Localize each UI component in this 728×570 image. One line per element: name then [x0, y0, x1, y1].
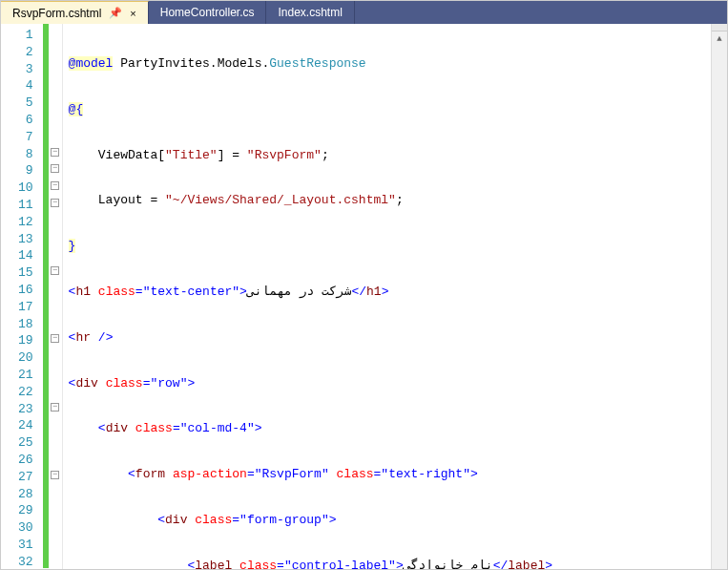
collapse-icon[interactable]: −	[51, 334, 59, 343]
code-line: <div class="row">	[69, 375, 705, 392]
outline-cell	[49, 347, 62, 364]
collapse-icon[interactable]: −	[51, 199, 59, 207]
line-number: 15	[18, 264, 33, 282]
line-number: 21	[18, 367, 33, 384]
outline-cell	[49, 228, 62, 245]
code-line: }	[69, 238, 705, 255]
close-icon[interactable]: ×	[130, 8, 135, 19]
code-line: ViewData["Title"] = "RsvpForm";	[69, 147, 705, 164]
outline-cell	[49, 24, 62, 41]
outline-cell	[49, 92, 62, 109]
line-number: 26	[18, 452, 33, 469]
outline-cell	[49, 279, 62, 296]
outline-cell	[49, 58, 62, 75]
line-number: 28	[18, 486, 33, 503]
editor-body: 1234567891011121314151617181920212223242…	[1, 24, 727, 569]
outline-cell	[49, 381, 62, 398]
code-editor: RsvpForm.cshtml 📌 × HomeController.cs In…	[0, 0, 728, 570]
line-number: 20	[18, 349, 33, 367]
code-line: Layout = "~/Views/Shared/_Layout.cshtml"…	[69, 192, 705, 209]
line-number: 13	[18, 231, 33, 248]
code-line: <h1 class="text-center">شرکت در مهمانی</…	[69, 284, 705, 301]
line-number: 5	[18, 95, 33, 112]
outline-cell: −	[49, 398, 62, 415]
tab-rsvpform[interactable]: RsvpForm.cshtml 📌 ×	[1, 1, 149, 24]
tab-index[interactable]: Index.cshtml	[266, 1, 354, 24]
outline-cell	[49, 534, 62, 551]
outline-cell	[49, 449, 62, 466]
outline-cell	[49, 414, 62, 432]
outline-cell: −	[49, 159, 62, 177]
code-line: <hr />	[69, 329, 705, 347]
line-number: 18	[18, 316, 33, 333]
line-numbers: 1234567891011121314151617181920212223242…	[1, 24, 43, 569]
code-line: @{	[69, 101, 705, 118]
outline-cell	[49, 517, 62, 534]
collapse-icon[interactable]: −	[51, 181, 59, 190]
line-number: 30	[18, 519, 33, 537]
outline-cell	[49, 74, 62, 92]
outline-cell	[49, 483, 62, 500]
line-number: 9	[18, 162, 33, 179]
outline-cell	[49, 432, 62, 449]
line-number: 32	[18, 554, 33, 569]
tab-bar: RsvpForm.cshtml 📌 × HomeController.cs In…	[1, 1, 727, 24]
outline-cell	[49, 41, 62, 58]
code-line: @model PartyInvites.Models.GuestResponse	[69, 55, 705, 73]
code-line: <div class="form-group">	[69, 512, 705, 529]
outline-cell	[49, 551, 62, 568]
collapse-icon[interactable]: −	[51, 471, 59, 479]
outline-cell	[49, 211, 62, 228]
outline-cell: −	[49, 329, 62, 347]
scroll-up-icon[interactable]: ▲	[712, 32, 727, 48]
outline-cell	[49, 499, 62, 517]
vertical-scrollbar[interactable]: ▲	[711, 24, 727, 569]
line-number: 14	[18, 247, 33, 264]
line-number: 11	[18, 197, 33, 214]
line-number: 25	[18, 434, 33, 452]
line-number: 29	[18, 502, 33, 519]
line-number: 22	[18, 384, 33, 401]
pin-icon[interactable]: 📌	[109, 7, 122, 19]
code-line: <label class="control-label">نام خانوادگ…	[69, 558, 705, 569]
line-number: 10	[18, 179, 33, 197]
collapse-icon[interactable]: −	[51, 266, 59, 275]
code-area[interactable]: @model PartyInvites.Models.GuestResponse…	[63, 24, 711, 569]
line-number: 1	[18, 27, 33, 44]
tab-label: Index.cshtml	[278, 6, 342, 19]
line-number: 2	[18, 44, 33, 61]
line-number: 27	[18, 469, 33, 486]
outline-cell: −	[49, 262, 62, 279]
line-number: 3	[18, 61, 33, 78]
outline-cell: −	[49, 194, 62, 211]
code-line: <form asp-action="RsvpForm" class="text-…	[69, 466, 705, 483]
outline-cell	[49, 296, 62, 313]
code-line: <div class="col-md-4">	[69, 420, 705, 437]
outline-cell: −	[49, 177, 62, 194]
outline-cell	[49, 313, 62, 330]
line-number: 12	[18, 214, 33, 231]
collapse-icon[interactable]: −	[51, 403, 59, 412]
outline-cell	[49, 244, 62, 262]
outline-cell	[49, 364, 62, 381]
gutter: 1234567891011121314151617181920212223242…	[1, 24, 63, 569]
outline-bar: −−−−−−−−	[49, 24, 62, 569]
line-number: 17	[18, 299, 33, 316]
line-number: 19	[18, 332, 33, 349]
line-number: 4	[18, 77, 33, 95]
outline-cell: −	[49, 466, 62, 483]
tab-label: HomeController.cs	[160, 6, 255, 19]
collapse-icon[interactable]: −	[51, 164, 59, 173]
line-number: 24	[18, 417, 33, 434]
line-number: 8	[18, 146, 33, 163]
split-handle[interactable]	[712, 24, 727, 32]
tab-homecontroller[interactable]: HomeController.cs	[149, 1, 267, 24]
line-number: 7	[18, 129, 33, 146]
outline-cell	[49, 126, 62, 143]
outline-cell	[49, 109, 62, 126]
line-number: 31	[18, 537, 33, 554]
line-number: 6	[18, 112, 33, 129]
outline-cell: −	[49, 143, 62, 160]
line-number: 23	[18, 401, 33, 418]
collapse-icon[interactable]: −	[51, 148, 59, 157]
